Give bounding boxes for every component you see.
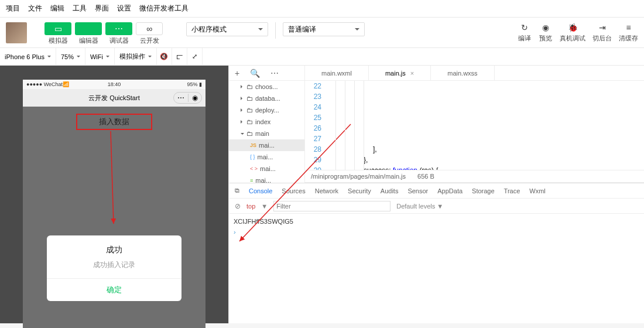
code-pane: main.wxmlmain.js×main.wxss 2223242526272… [305, 66, 644, 183]
modal: 成功 成功插入记录 确定 [47, 235, 181, 301]
add-file-icon[interactable]: + [235, 69, 239, 78]
tool-编译[interactable]: ↻编译 [518, 22, 532, 43]
console-output: XCIJFHffS3SWQIG5 › [229, 214, 644, 323]
levels-select[interactable]: Default levels ▼ [396, 203, 443, 210]
devtools-tab-Sources[interactable]: Sources [282, 187, 305, 194]
modal-content: 成功插入记录 [47, 260, 181, 270]
phone-navbar: 云开发 QuickStart ⋯◉ [23, 89, 205, 107]
file-tree-toolbar: + 🔍 ⋯ [229, 66, 304, 81]
layout-icon[interactable]: ⫍ [172, 48, 187, 66]
clear-console-icon[interactable]: ⊘ [235, 202, 241, 210]
tab-main.wxss[interactable]: main.wxss [431, 66, 494, 80]
inspect-icon[interactable]: ⧉ [235, 187, 239, 194]
search-icon[interactable]: 🔍 [250, 69, 260, 78]
tool-group-right: ↻编译◉预览🐞真机调试⇥切后台≡清缓存 [518, 22, 638, 43]
tab-main.wxml[interactable]: main.wxml [305, 66, 369, 80]
phone-statusbar: ●●●●● WeChat📶 18:40 95% ▮ [23, 80, 205, 89]
console-log-line: XCIJFHffS3SWQIG5 [234, 216, 639, 227]
menu-界面[interactable]: 界面 [95, 4, 109, 13]
devtools-tab-Security[interactable]: Security [348, 187, 371, 194]
network-select[interactable]: WiFi [85, 48, 115, 66]
tree-mai...[interactable]: JSmai... [229, 139, 304, 151]
code-editor[interactable]: 22232425262728293031 ],},success: functi… [305, 81, 644, 170]
tool-云开发[interactable]: ∞云开发 [136, 22, 163, 45]
devtools-tab-Trace[interactable]: Trace [504, 187, 520, 194]
tool-编辑器[interactable]: 编辑器 [75, 22, 102, 45]
devtools: ⧉ ConsoleSourcesNetworkSecurityAuditsSen… [229, 183, 644, 323]
tool-group-main: ▭模拟器编辑器⋯调试器∞云开发 [44, 22, 163, 45]
tool-切后台[interactable]: ⇥切后台 [592, 22, 612, 43]
mute-icon[interactable]: 🔇 [157, 48, 172, 66]
avatar[interactable] [6, 22, 27, 43]
more-icon[interactable]: ⋯ [270, 69, 279, 78]
main: ●●●●● WeChat📶 18:40 95% ▮ 云开发 QuickStart… [0, 66, 644, 323]
menu-项目[interactable]: 项目 [6, 4, 20, 13]
compile-select[interactable]: 普通编译 [283, 22, 365, 36]
devtools-tab-Storage[interactable]: Storage [472, 187, 495, 194]
devtools-tab-AppData[interactable]: AppData [437, 187, 463, 194]
tool-模拟器[interactable]: ▭模拟器 [44, 22, 71, 45]
modal-title: 成功 [47, 245, 181, 255]
simulator: ●●●●● WeChat📶 18:40 95% ▮ 云开发 QuickStart… [0, 66, 228, 323]
simulator-bar: iPhone 6 Plus 75% WiFi 模拟操作 🔇 ⫍ ⤢ [0, 48, 644, 66]
devtools-tab-Network[interactable]: Network [315, 187, 338, 194]
console-prompt[interactable]: › [234, 228, 236, 235]
tool-清缓存[interactable]: ≡清缓存 [619, 22, 638, 43]
tool-真机调试[interactable]: 🐞真机调试 [560, 22, 585, 43]
close-tab-icon[interactable]: × [410, 70, 414, 77]
phone-frame: ●●●●● WeChat📶 18:40 95% ▮ 云开发 QuickStart… [23, 80, 205, 328]
zoom-select[interactable]: 75% [56, 48, 85, 66]
page-title: 云开发 QuickStart [88, 94, 139, 102]
tree-mai...[interactable]: { }mai... [229, 151, 304, 163]
modal-ok-button[interactable]: 确定 [47, 278, 181, 301]
phone-time: 18:40 [108, 81, 121, 87]
svg-line-0 [111, 131, 114, 224]
phone-body: 插入数据 成功 成功插入记录 确定 [23, 107, 205, 328]
context-select[interactable]: top [246, 203, 255, 210]
insert-data-button[interactable]: 插入数据 [76, 114, 152, 130]
filter-input[interactable] [273, 201, 390, 211]
tool-调试器[interactable]: ⋯调试器 [105, 22, 132, 45]
mode-select[interactable]: 小程序模式 [186, 22, 268, 36]
capsule[interactable]: ⋯◉ [173, 92, 202, 104]
menubar: 项目文件编辑工具界面设置微信开发者工具 [0, 0, 644, 18]
tree-choos...[interactable]: choos... [229, 81, 304, 93]
tree-mai...[interactable]: < >mai... [229, 163, 304, 175]
tree-main[interactable]: main [229, 128, 304, 139]
tool-预览[interactable]: ◉预览 [539, 22, 553, 43]
devtools-tabs: ⧉ ConsoleSourcesNetworkSecurityAuditsSen… [229, 183, 644, 199]
devtools-tab-Sensor[interactable]: Sensor [407, 187, 428, 194]
detach-icon[interactable]: ⤢ [187, 48, 203, 66]
tree-index[interactable]: index [229, 116, 304, 128]
editor-tabs: main.wxmlmain.js×main.wxss [305, 66, 644, 81]
tree-deploy...[interactable]: deploy... [229, 104, 304, 116]
editor-area: + 🔍 ⋯ choos...databa...deploy...indexmai… [228, 66, 644, 323]
menu-文件[interactable]: 文件 [28, 4, 42, 13]
menu-微信开发者工具[interactable]: 微信开发者工具 [139, 4, 189, 13]
tree-databa...[interactable]: databa... [229, 93, 304, 104]
tab-main.js[interactable]: main.js× [369, 66, 431, 80]
console-filter-bar: ⊘ top ▼ Default levels ▼ [229, 199, 644, 214]
devtools-tab-Console[interactable]: Console [249, 187, 272, 194]
device-select[interactable]: iPhone 6 Plus [0, 48, 56, 66]
menu-设置[interactable]: 设置 [117, 4, 131, 13]
menu-工具[interactable]: 工具 [73, 4, 87, 13]
file-tree: + 🔍 ⋯ choos...databa...deploy...indexmai… [229, 66, 305, 183]
mock-select[interactable]: 模拟操作 [115, 48, 157, 66]
devtools-tab-Audits[interactable]: Audits [381, 187, 399, 194]
menu-编辑[interactable]: 编辑 [50, 4, 64, 13]
devtools-tab-Wxml[interactable]: Wxml [529, 187, 546, 194]
breadcrumb: /miniprogram/pages/main/main.js 656 B [305, 170, 644, 183]
toolbar: ▭模拟器编辑器⋯调试器∞云开发 小程序模式 普通编译 ↻编译◉预览🐞真机调试⇥切… [0, 18, 644, 48]
